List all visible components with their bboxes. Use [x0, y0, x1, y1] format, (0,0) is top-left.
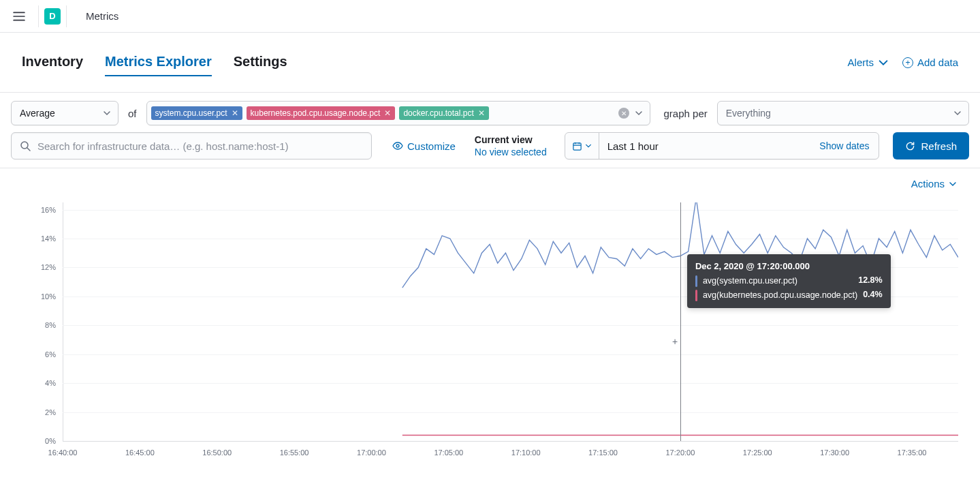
- current-view-block: Current view No view selected: [475, 134, 547, 158]
- remove-pill-button[interactable]: ✕: [232, 108, 238, 118]
- chevron-down-icon: [953, 109, 962, 117]
- x-tick-label: 16:45:00: [125, 448, 155, 457]
- divider: [66, 5, 67, 27]
- x-tick-label: 17:15:00: [588, 448, 618, 457]
- search-box: [11, 132, 372, 159]
- refresh-label: Refresh: [921, 140, 957, 152]
- search-icon: [20, 140, 31, 151]
- remove-pill-button[interactable]: ✕: [478, 108, 485, 118]
- metrics-combobox[interactable]: system.cpu.user.pct ✕ kubernetes.pod.cpu…: [146, 101, 650, 125]
- date-quick-select-button[interactable]: [565, 133, 599, 159]
- y-axis: 0%2%4%6%8%10%12%14%16%: [22, 202, 63, 441]
- y-tick-label: 14%: [41, 234, 56, 243]
- y-tick-label: 2%: [45, 408, 56, 416]
- graph-per-value: Everything: [726, 108, 771, 119]
- x-tick-label: 17:25:00: [743, 448, 772, 457]
- y-tick-label: 10%: [41, 292, 56, 301]
- refresh-button[interactable]: Refresh: [893, 132, 969, 159]
- line-chart[interactable]: 0%2%4%6%8%10%12%14%16% 16:40:0016:45:001…: [22, 202, 958, 461]
- metric-pill-docker-cpu: docker.cpu.total.pct ✕: [399, 106, 488, 120]
- hamburger-icon: [13, 10, 25, 22]
- tooltip-series-label: avg(system.cpu.user.pct): [703, 275, 853, 287]
- pill-label: kubernetes.pod.cpu.usage.node.pct: [251, 108, 381, 118]
- search-input[interactable]: [37, 140, 363, 152]
- pill-label: system.cpu.user.pct: [155, 108, 227, 118]
- tooltip-row: avg(system.cpu.user.pct)12.8%: [695, 275, 883, 287]
- x-tick-label: 16:55:00: [280, 448, 309, 457]
- tooltip-timestamp: Dec 2, 2020 @ 17:20:00.000: [695, 261, 883, 271]
- tooltip-series-color: [695, 290, 697, 301]
- x-tick-label: 17:30:00: [820, 448, 849, 457]
- remove-pill-button[interactable]: ✕: [384, 108, 391, 118]
- y-tick-label: 12%: [41, 263, 56, 271]
- date-range-button[interactable]: Last 1 hour: [599, 140, 810, 152]
- clear-all-button[interactable]: ✕: [618, 108, 629, 119]
- hover-line: [680, 202, 681, 441]
- date-picker: Last 1 hour Show dates: [565, 132, 880, 159]
- x-tick-label: 17:05:00: [434, 448, 463, 457]
- chart-area: Actions 0%2%4%6%8%10%12%14%16% 16:40:001…: [0, 168, 980, 461]
- chevron-down-icon: [878, 57, 889, 68]
- y-tick-label: 4%: [45, 379, 56, 387]
- breadcrumb[interactable]: Metrics: [86, 10, 118, 22]
- x-tick-label: 17:35:00: [898, 448, 927, 457]
- add-data-button[interactable]: + Add data: [902, 57, 958, 68]
- metric-pill-kubernetes-cpu: kubernetes.pod.cpu.usage.node.pct ✕: [247, 106, 396, 120]
- tooltip-series-value: 0.4%: [863, 290, 883, 299]
- y-tick-label: 8%: [45, 321, 56, 329]
- of-label: of: [125, 108, 140, 119]
- tooltip-series-value: 12.8%: [858, 275, 882, 285]
- current-view-title: Current view: [475, 134, 547, 146]
- tab-metrics-explorer[interactable]: Metrics Explorer: [105, 48, 212, 76]
- metric-pill-system-cpu: system.cpu.user.pct ✕: [151, 106, 242, 120]
- chevron-down-icon: [103, 109, 111, 117]
- show-dates-button[interactable]: Show dates: [810, 140, 879, 151]
- divider: [38, 5, 39, 27]
- tooltip-series-color: [695, 275, 697, 287]
- menu-toggle-button[interactable]: [5, 3, 33, 30]
- svg-point-1: [396, 144, 399, 147]
- eye-icon: [392, 140, 403, 151]
- customize-label: Customize: [407, 140, 456, 152]
- actions-dropdown[interactable]: Actions: [911, 178, 957, 189]
- alerts-dropdown[interactable]: Alerts: [848, 57, 889, 68]
- y-tick-label: 0%: [45, 437, 56, 445]
- tab-bar: Inventory Metrics Explorer Settings Aler…: [0, 33, 980, 93]
- x-axis: 16:40:0016:45:0016:50:0016:55:0017:00:00…: [63, 441, 958, 461]
- y-tick-label: 6%: [45, 350, 56, 359]
- chevron-down-icon: [949, 180, 957, 188]
- chart-tooltip: Dec 2, 2020 @ 17:20:00.000avg(system.cpu…: [687, 254, 891, 308]
- chevron-down-icon: [635, 109, 643, 117]
- graph-per-select[interactable]: Everything: [717, 101, 969, 125]
- alerts-label: Alerts: [848, 57, 874, 68]
- aggregation-value: Average: [20, 108, 55, 119]
- tab-settings[interactable]: Settings: [234, 48, 287, 76]
- tooltip-series-label: avg(kubernetes.pod.cpu.usage.node.pct): [703, 290, 857, 301]
- crosshair-icon: +: [672, 336, 680, 344]
- app-header: D Metrics: [0, 0, 980, 33]
- calendar-icon: [572, 141, 582, 151]
- graph-per-label: graph per: [661, 108, 710, 119]
- space-badge[interactable]: D: [44, 8, 61, 25]
- aggregation-select[interactable]: Average: [11, 101, 118, 125]
- x-tick-label: 17:10:00: [511, 448, 541, 457]
- x-tick-label: 17:00:00: [357, 448, 386, 457]
- x-tick-label: 16:40:00: [48, 448, 78, 457]
- add-data-label: Add data: [917, 57, 958, 68]
- actions-label: Actions: [911, 178, 945, 189]
- pill-label: docker.cpu.total.pct: [403, 108, 473, 118]
- tooltip-row: avg(kubernetes.pod.cpu.usage.node.pct)0.…: [695, 290, 883, 301]
- chevron-down-icon: [585, 142, 592, 149]
- svg-rect-2: [573, 142, 581, 149]
- tab-inventory[interactable]: Inventory: [22, 48, 83, 76]
- x-tick-label: 17:20:00: [665, 448, 695, 457]
- chart-lines: [63, 202, 958, 441]
- x-tick-label: 16:50:00: [202, 448, 232, 457]
- plus-circle-icon: +: [902, 57, 913, 68]
- y-tick-label: 16%: [41, 206, 56, 214]
- customize-button[interactable]: Customize: [392, 140, 456, 152]
- refresh-icon: [905, 141, 915, 151]
- current-view-link[interactable]: No view selected: [475, 146, 547, 158]
- filter-bar: Average of system.cpu.user.pct ✕ kuberne…: [0, 93, 980, 168]
